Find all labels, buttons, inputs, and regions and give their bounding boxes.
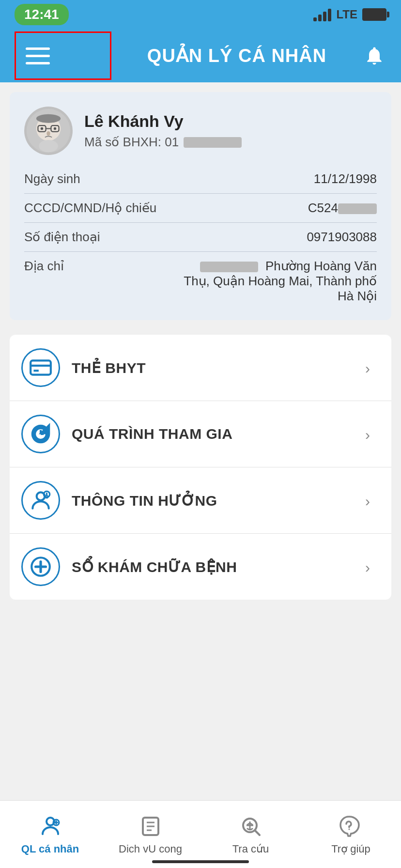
- id-row: CCCD/CMND/Hộ chiếu C524: [24, 194, 377, 223]
- svg-point-9: [39, 140, 58, 152]
- status-icons: LTE: [313, 8, 386, 21]
- nav-tra-cuu-label: Tra cứu: [232, 843, 269, 855]
- page-title: QUẢN LÝ CÁ NHÂN: [111, 45, 362, 66]
- profile-bhxh: Mã số BHXH: 01: [84, 135, 242, 150]
- so-kham-chevron: ›: [365, 559, 380, 574]
- dich-vu-cong-icon: [138, 814, 163, 839]
- tra-cuu-icon: [238, 814, 263, 839]
- id-value: C524: [308, 201, 377, 216]
- phone-value: 0971903088: [307, 230, 377, 245]
- ql-ca-nhan-icon: [38, 814, 63, 839]
- status-bar: 12:41 LTE: [0, 0, 401, 29]
- hamburger-line-3: [26, 62, 50, 64]
- nav-dich-vu-cong-label: Dich vU cong: [119, 843, 182, 855]
- profile-top: Lê Khánh Vy Mã số BHXH: 01: [24, 107, 377, 155]
- the-bhyt-chevron: ›: [365, 360, 380, 375]
- svg-point-18: [46, 496, 47, 497]
- menu-section: THẺ BHYT › QUÁ TRÌNH THAM GIA › THÔNG TI…: [10, 335, 391, 600]
- so-kham-icon-circle: [21, 547, 60, 586]
- profile-card: Lê Khánh Vy Mã số BHXH: 01 Ngày sinh 11/…: [10, 92, 391, 320]
- thong-tin-icon-circle: [21, 481, 60, 520]
- phone-label: Số điện thoại: [24, 230, 100, 245]
- menu-item-qua-trinh[interactable]: QUÁ TRÌNH THAM GIA ›: [10, 401, 391, 467]
- home-indicator: [152, 860, 249, 863]
- qua-trinh-chevron: ›: [365, 427, 380, 441]
- qua-trinh-icon-circle: [21, 415, 60, 453]
- menu-button[interactable]: [15, 31, 111, 80]
- hamburger-line-1: [26, 47, 50, 50]
- address-label: Địa chỉ: [24, 259, 64, 274]
- nav-tro-giup[interactable]: Trợ giúp: [301, 809, 401, 860]
- status-time: 12:41: [15, 4, 69, 25]
- refresh-icon: [29, 422, 53, 446]
- hamburger-line-2: [26, 55, 50, 57]
- bhxh-blur: [184, 137, 242, 148]
- svg-point-32: [348, 828, 350, 830]
- thong-tin-chevron: ›: [365, 493, 380, 508]
- menu-item-thong-tin[interactable]: THÔNG TIN HƯỞNG ›: [10, 467, 391, 534]
- medical-plus-icon: [29, 555, 53, 579]
- svg-point-8: [46, 131, 50, 136]
- so-kham-label: SỔ KHÁM CHỮA BỆNH: [72, 558, 354, 575]
- id-label: CCCD/CMND/Hộ chiếu: [24, 201, 156, 216]
- nav-ql-ca-nhan[interactable]: QL cá nhân: [0, 809, 100, 860]
- the-bhyt-icon-circle: [21, 348, 60, 387]
- id-blur: [338, 203, 377, 214]
- svg-point-2: [36, 114, 61, 123]
- address-row: Địa chỉ Phường Hoàng Văn Thụ, Quận Hoàng…: [24, 252, 377, 310]
- dob-label: Ngày sinh: [24, 171, 80, 186]
- nav-ql-ca-nhan-label: QL cá nhân: [21, 843, 79, 855]
- svg-rect-10: [31, 360, 51, 374]
- address-blur: [200, 262, 258, 272]
- person-info-icon: [29, 488, 53, 512]
- nav-tro-giup-label: Trợ giúp: [331, 843, 370, 855]
- the-bhyt-label: THẺ BHYT: [72, 359, 354, 376]
- avatar: [24, 107, 73, 155]
- lte-label: LTE: [336, 8, 357, 21]
- thong-tin-label: THÔNG TIN HƯỞNG: [72, 492, 354, 509]
- battery-icon: [362, 8, 386, 21]
- header: QUẢN LÝ CÁ NHÂN: [0, 29, 401, 82]
- nav-dich-vu-cong[interactable]: Dich vU cong: [100, 809, 200, 860]
- svg-point-7: [54, 127, 56, 130]
- svg-line-29: [255, 831, 260, 835]
- dob-value: 11/12/1998: [314, 171, 377, 186]
- menu-item-the-bhyt[interactable]: THẺ BHYT ›: [10, 335, 391, 401]
- dob-row: Ngày sinh 11/12/1998: [24, 165, 377, 194]
- phone-row: Số điện thoại 0971903088: [24, 223, 377, 252]
- signal-bars-icon: [313, 8, 331, 21]
- address-value: Phường Hoàng Văn Thụ, Quận Hoàng Mai, Th…: [173, 259, 377, 304]
- tro-giup-icon: [339, 814, 364, 839]
- profile-name: Lê Khánh Vy: [84, 112, 242, 131]
- bell-icon[interactable]: [362, 44, 386, 68]
- qua-trinh-label: QUÁ TRÌNH THAM GIA: [72, 426, 354, 442]
- card-icon: [29, 356, 53, 380]
- svg-point-6: [41, 127, 43, 130]
- profile-info: Lê Khánh Vy Mã số BHXH: 01: [84, 112, 242, 150]
- nav-tra-cuu[interactable]: Tra cứu: [200, 809, 301, 860]
- bottom-nav: QL cá nhân Dich vU cong Tra cứu: [0, 800, 401, 868]
- menu-item-so-kham[interactable]: SỔ KHÁM CHỮA BỆNH ›: [10, 534, 391, 600]
